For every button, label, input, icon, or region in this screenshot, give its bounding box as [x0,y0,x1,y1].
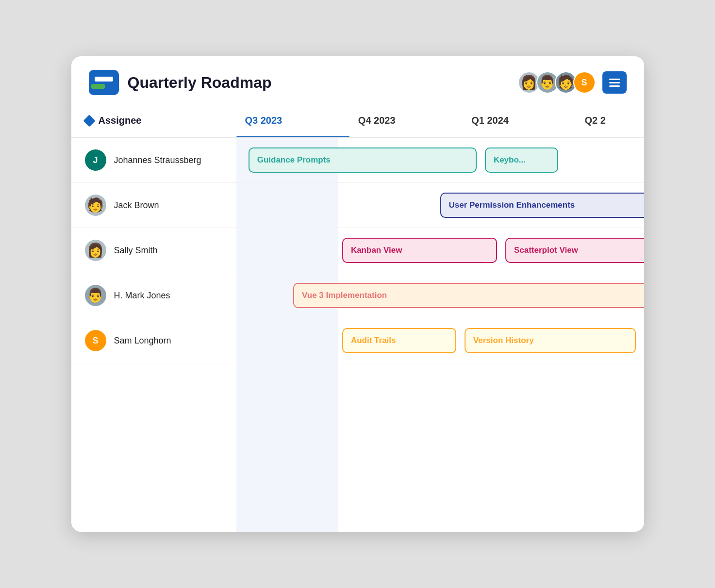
empty-row [71,363,644,532]
bar-kanban-view[interactable]: Kanban View [342,238,497,263]
avatar-johannes: J [85,149,106,171]
avatar-4-letter: S [581,78,587,88]
name-sally: Sally Smith [114,245,158,256]
hamburger-icon [609,82,620,83]
menu-button[interactable] [602,71,627,94]
name-jack: Jack Brown [114,200,159,211]
avatar-mark: 👨 [85,285,106,306]
assignee-sam: S Sam Longhorn [71,318,236,363]
avatar-letter: J [93,155,98,165]
assignee-column-header: Assignee [71,104,236,138]
bar-keyboard[interactable]: Keybo... [485,147,558,173]
avatar-sally-emoji: 👩 [87,244,104,257]
logo-bar-top [95,77,113,82]
empty-assignee [71,363,236,532]
row-sally: 👩 Sally Smith Kanban View Scatterplot Vi… [71,228,644,273]
page-title: Quarterly Roadmap [128,74,518,92]
avatar-group: 👩 👨 🧑 S [518,71,596,94]
quarter-q4-2023: Q4 2023 [349,104,463,137]
bar-scatterplot-view[interactable]: Scatterplot View [505,238,644,263]
row-sam: S Sam Longhorn Audit Trails Version Hist… [71,318,644,363]
quarter-q1-2024: Q1 2024 [463,104,576,137]
assignee-johannes: J Johannes Straussberg [71,138,236,183]
gantt-sam: Audit Trails Version History [236,318,644,363]
bar-guidance-prompts[interactable]: Guidance Prompts [249,147,477,173]
app-header: Quarterly Roadmap 👩 👨 🧑 S [71,56,644,104]
row-johannes: J Johannes Straussberg Guidance Prompts … [71,138,644,183]
row-mark: 👨 H. Mark Jones Vue 3 Implementation [71,273,644,318]
name-johannes: Johannes Straussberg [114,155,201,165]
app-card: Quarterly Roadmap 👩 👨 🧑 S [71,56,644,532]
bar-audit-trails[interactable]: Audit Trails [342,328,456,353]
quarter-q2: Q2 2 [576,104,644,137]
avatar-jack-emoji: 🧑 [87,198,104,212]
avatar-1-emoji: 👩 [520,76,537,89]
avatar-4[interactable]: S [573,71,596,94]
quarter-headers: Q3 2023 Q4 2023 Q1 2024 Q2 2 [236,104,644,138]
column-headers: Assignee Q3 2023 Q4 2023 Q1 2024 Q2 2 [71,104,644,138]
roadmap-container: Assignee Q3 2023 Q4 2023 Q1 2024 Q2 2 [71,104,644,532]
assignee-sally: 👩 Sally Smith [71,228,236,273]
avatar-2-emoji: 👨 [539,76,556,89]
assignee-label: Assignee [99,115,142,126]
bar-version-history[interactable]: Version History [465,328,636,353]
gantt-jack: User Permission Enhancements [236,183,644,228]
empty-gantt [236,363,644,532]
name-mark: H. Mark Jones [114,291,170,301]
quarter-q3-2023: Q3 2023 [236,104,349,137]
avatar-sam: S [85,330,106,351]
avatar-jack: 🧑 [85,195,106,216]
avatar-sam-letter: S [92,336,98,346]
gantt-mark: Vue 3 Implementation [236,273,644,318]
avatar-mark-emoji: 👨 [87,289,104,302]
bar-user-permission[interactable]: User Permission Enhancements [440,193,644,218]
row-jack: 🧑 Jack Brown User Permission Enhancement… [71,183,644,228]
app-logo [89,70,119,95]
assignee-jack: 🧑 Jack Brown [71,183,236,228]
avatar-sally: 👩 [85,240,106,261]
diamond-icon [83,114,95,127]
name-sam: Sam Longhorn [114,336,171,346]
gantt-sally: Kanban View Scatterplot View [236,228,644,273]
avatar-3-emoji: 🧑 [557,76,574,89]
logo-bar-bottom [91,84,105,89]
gantt-johannes: Guidance Prompts Keybo... [236,138,644,183]
bar-vue3-implementation[interactable]: Vue 3 Implementation [293,283,644,308]
assignee-mark: 👨 H. Mark Jones [71,273,236,318]
